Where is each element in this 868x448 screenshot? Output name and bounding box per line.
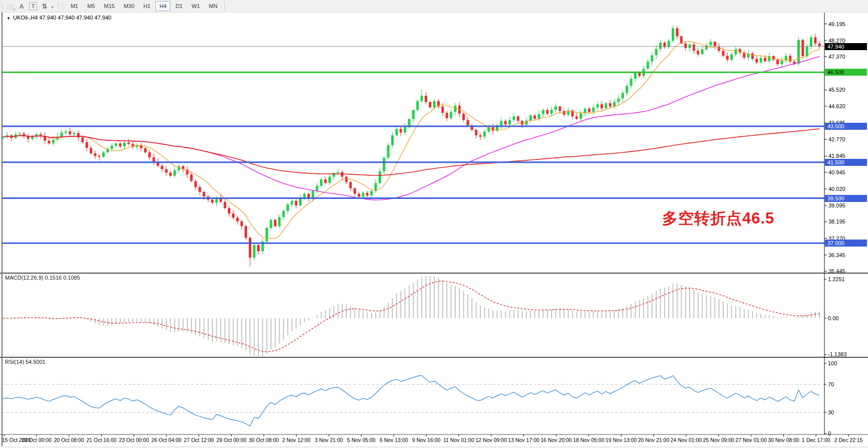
svg-text:49.195: 49.195 [828, 21, 845, 27]
window-bottom-edge [0, 446, 868, 448]
chart-left-border [2, 12, 3, 446]
svg-text:45.520: 45.520 [828, 87, 845, 93]
timeframe-m30-button[interactable]: M30 [120, 1, 138, 11]
svg-text:27 Nov 01:00: 27 Nov 01:00 [735, 437, 767, 443]
svg-text:18 Nov 05:00: 18 Nov 05:00 [573, 437, 605, 443]
svg-text:19 Oct 00:00: 19 Oct 00:00 [22, 437, 52, 443]
svg-text:11 Nov 01:00: 11 Nov 01:00 [443, 437, 474, 443]
macd-indicator-label: MACD(12,26,9) 0.1516 0.1085 [5, 275, 80, 281]
symbol-ohlc-text: UKOil-,H4 47.940 47.940 47.940 47.940 [13, 15, 111, 21]
svg-text:30 Oct 08:00: 30 Oct 08:00 [249, 437, 279, 443]
svg-text:2 Nov 12:00: 2 Nov 12:00 [282, 437, 311, 443]
current-price-badge: 47.940 [825, 43, 867, 50]
timeframe-m15-button[interactable]: M15 [100, 1, 119, 11]
level-badge-37.000: 37.000 [825, 240, 867, 247]
level-badge-41.500: 41.500 [825, 159, 867, 166]
timeframe-h4-button[interactable]: H4 [155, 1, 170, 11]
svg-text:42.770: 42.770 [828, 136, 845, 142]
collapse-triangle-icon[interactable]: ▼ [7, 16, 11, 21]
arrows-dropdown-caret[interactable]: ▼ [51, 6, 54, 9]
annotation-text: 多空转折点46.5 [662, 208, 774, 229]
text-box-icon[interactable]: T [29, 2, 37, 10]
timeframe-w1-button[interactable]: W1 [188, 1, 204, 11]
svg-text:0.00: 0.00 [828, 315, 838, 321]
svg-text:12 Nov 09:00: 12 Nov 09:00 [476, 437, 507, 443]
svg-text:13 Nov 17:00: 13 Nov 17:00 [508, 437, 539, 443]
text-label-icon[interactable]: A [16, 1, 27, 11]
rsi-indicator-label: RSI(14) 54.5001 [5, 359, 46, 365]
svg-text:70: 70 [828, 381, 834, 387]
svg-text:44.620: 44.620 [828, 103, 845, 109]
svg-text:21 Oct 16:00: 21 Oct 16:00 [86, 437, 116, 443]
svg-text:23 Oct 00:00: 23 Oct 00:00 [119, 437, 149, 443]
svg-text:30: 30 [828, 409, 834, 415]
toolbar: F A T ⇅ ▼ M1M5M15M30H1H4D1W1MN [0, 0, 868, 13]
timeframe-m1-button[interactable]: M1 [67, 1, 82, 11]
svg-text:39.095: 39.095 [828, 202, 845, 208]
svg-text:24 Nov 01:00: 24 Nov 01:00 [671, 437, 702, 443]
arrows-tool-icon[interactable]: ⇅ [39, 1, 50, 11]
svg-text:20 Oct 08:00: 20 Oct 08:00 [54, 437, 84, 443]
svg-text:-1.1383: -1.1383 [828, 351, 846, 357]
timeframe-buttons: M1M5M15M30H1H4D1W1MN [66, 1, 222, 11]
svg-text:6 Nov 13:00: 6 Nov 13:00 [380, 437, 408, 443]
svg-text:20 Nov 21:00: 20 Nov 21:00 [638, 437, 670, 443]
toolbar-separator [224, 2, 225, 11]
svg-text:40.020: 40.020 [828, 186, 845, 192]
svg-text:41.845: 41.845 [828, 153, 845, 159]
level-badge-46.500: 46.500 [825, 69, 867, 76]
snap-grid-icon[interactable]: F [5, 1, 16, 11]
svg-text:40.945: 40.945 [828, 169, 845, 175]
level-badge-39.500: 39.500 [825, 195, 867, 202]
timeframe-toolbar-handle[interactable] [62, 2, 64, 10]
svg-text:25 Nov 09:00: 25 Nov 09:00 [703, 437, 734, 443]
svg-text:47.370: 47.370 [828, 54, 845, 60]
svg-text:2 Dec 22:15: 2 Dec 22:15 [834, 437, 863, 443]
mt4-chart-window: F A T ⇅ ▼ M1M5M15M30H1H4D1W1MN 49.19548.… [0, 0, 868, 448]
svg-text:35.445: 35.445 [828, 268, 845, 274]
svg-text:1 Dec 17:00: 1 Dec 17:00 [802, 437, 830, 443]
svg-text:3 Nov 21:00: 3 Nov 21:00 [315, 437, 343, 443]
svg-text:27 Oct 12:00: 27 Oct 12:00 [184, 437, 214, 443]
svg-text:5 Nov 05:00: 5 Nov 05:00 [347, 437, 376, 443]
svg-text:19 Nov 13:00: 19 Nov 13:00 [606, 437, 637, 443]
timeframe-h1-button[interactable]: H1 [139, 1, 154, 11]
svg-text:100: 100 [828, 360, 837, 366]
level-badge-43.500: 43.500 [825, 123, 867, 130]
timeframe-mn-button[interactable]: MN [205, 1, 221, 11]
svg-text:9 Nov 16:00: 9 Nov 16:00 [412, 437, 441, 443]
svg-text:30 Nov 08:00: 30 Nov 08:00 [768, 437, 799, 443]
svg-text:29 Oct 00:00: 29 Oct 00:00 [216, 437, 246, 443]
grid-f-label: F [14, 8, 16, 12]
svg-text:0: 0 [828, 430, 831, 436]
svg-text:38.195: 38.195 [828, 218, 845, 225]
chart-symbol-title: ▼UKOil-,H4 47.940 47.940 47.940 47.940 [7, 15, 111, 21]
timeframe-d1-button[interactable]: D1 [171, 1, 186, 11]
svg-text:26 Oct 04:00: 26 Oct 04:00 [151, 437, 181, 443]
toolbar-drag-handle[interactable] [1, 2, 3, 10]
svg-text:1.2251: 1.2251 [828, 276, 845, 282]
toolbar-separator [58, 2, 59, 11]
timeframe-m5-button[interactable]: M5 [83, 1, 99, 11]
svg-text:16 Nov 20:00: 16 Nov 20:00 [540, 437, 572, 443]
svg-text:36.345: 36.345 [828, 252, 845, 258]
